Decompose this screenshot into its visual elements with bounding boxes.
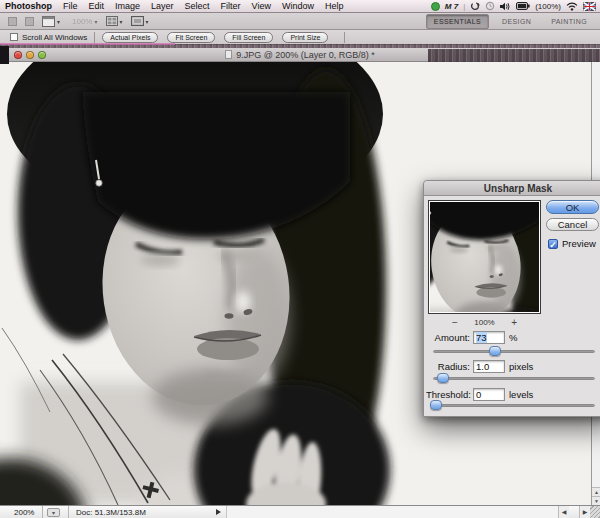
titlebar-artifact-band [428, 49, 600, 62]
workspace-essentials[interactable]: ESSENTIALS [426, 14, 489, 29]
amount-label: Amount: [426, 332, 470, 343]
keyboard-indicator[interactable]: M 7 [445, 2, 458, 11]
application-bar: ▾ 100%▾ ▾ ▾ ESSENTIALS DESIGN PAINTING [0, 13, 600, 30]
scroll-up-arrow[interactable]: ▲ [592, 487, 600, 496]
amount-input[interactable]: 73 [473, 331, 505, 344]
document-icon [225, 50, 232, 59]
threshold-slider-track[interactable] [433, 404, 595, 407]
radius-unit: pixels [509, 361, 533, 372]
radius-row: Radius: 1.0 pixels [426, 359, 533, 373]
zoom-in-button[interactable]: + [511, 317, 517, 328]
status-info-badge[interactable]: ▾ [47, 508, 60, 517]
document-size-readout[interactable]: Doc: 51.3M/153.8M [76, 508, 146, 517]
preview-checkbox[interactable]: ✓ [548, 239, 558, 249]
close-button[interactable] [14, 51, 22, 59]
actual-pixels-button[interactable]: Actual Pixels [102, 32, 158, 43]
mini-bridge-icon[interactable]: ▾ [42, 16, 60, 27]
radius-slider-track[interactable] [433, 377, 595, 380]
keyboard-flag-icon[interactable] [583, 2, 596, 11]
threshold-slider-thumb[interactable] [430, 400, 442, 410]
print-size-button[interactable]: Print Size [282, 32, 328, 43]
screen-artifact-line [0, 43, 175, 45]
amount-row: Amount: 73 % [426, 330, 517, 344]
menu-photoshop[interactable]: Photoshop [5, 1, 52, 11]
status-flyout-arrow-icon[interactable] [216, 509, 221, 515]
speaker-icon[interactable] [500, 2, 511, 11]
amount-unit: % [509, 332, 517, 343]
status-divider [42, 506, 43, 518]
preview-zoom-controls: − 100% + [428, 316, 541, 328]
menu-file[interactable]: File [63, 1, 78, 11]
ok-button[interactable]: OK [546, 200, 599, 214]
minimize-button[interactable] [26, 51, 34, 59]
scroll-all-windows-label: Scroll All Windows [22, 33, 87, 42]
dialog-preview-thumbnail[interactable] [428, 200, 541, 314]
photoshop-screen: Photoshop File Edit Image Layer Select F… [0, 0, 600, 518]
menu-edit[interactable]: Edit [89, 1, 105, 11]
preview-checkbox-label: Preview [562, 238, 596, 249]
cancel-button[interactable]: Cancel [546, 218, 599, 231]
arrange-documents-icon[interactable]: ▾ [106, 16, 123, 26]
threshold-label: Threshold: [426, 389, 470, 400]
fill-screen-button[interactable]: Fill Screen [224, 32, 273, 43]
wifi-icon[interactable] [566, 2, 578, 11]
radius-slider[interactable] [433, 373, 595, 383]
clock-icon[interactable] [485, 1, 495, 11]
menu-window[interactable]: Window [282, 1, 314, 11]
workspace-painting[interactable]: PAINTING [544, 15, 594, 28]
menu-select[interactable]: Select [185, 1, 210, 11]
document-title: 9.JPG @ 200% (Layer 0, RGB/8) * [236, 50, 375, 60]
menu-filter[interactable]: Filter [221, 1, 241, 11]
dialog-title[interactable]: Unsharp Mask [424, 181, 600, 196]
options-divider [94, 32, 95, 43]
menu-image[interactable]: Image [115, 1, 140, 11]
amount-slider[interactable] [433, 346, 595, 356]
threshold-input[interactable]: 0 [473, 388, 505, 401]
bridge-launch-icon[interactable] [25, 17, 34, 26]
preview-thumbnail-image [430, 202, 539, 312]
preview-toggle-row: ✓ Preview [548, 238, 596, 249]
unsharp-mask-dialog: Unsharp Mask − 100% + Amount: 73 % Radiu… [423, 180, 600, 417]
left-edge-sliver [0, 46, 9, 64]
amount-slider-thumb[interactable] [489, 346, 501, 356]
battery-icon[interactable] [516, 2, 530, 10]
preview-zoom-level: 100% [474, 318, 494, 327]
threshold-row: Threshold: 0 levels [426, 387, 533, 401]
ps-app-icon[interactable] [8, 17, 17, 26]
sync-icon[interactable] [470, 1, 480, 11]
menu-layer[interactable]: Layer [151, 1, 174, 11]
menubar-divider: | [463, 2, 465, 11]
resize-grip[interactable] [590, 506, 600, 518]
zoom-out-button[interactable]: − [452, 317, 458, 328]
green-orb-icon[interactable] [431, 2, 440, 11]
status-divider [68, 506, 69, 518]
radius-input[interactable]: 1.0 [473, 360, 505, 373]
status-zoom-level[interactable]: 200% [14, 508, 34, 517]
fit-screen-button[interactable]: Fit Screen [167, 32, 215, 43]
threshold-slider[interactable] [433, 400, 595, 410]
scroll-all-windows-checkbox[interactable] [10, 33, 18, 41]
scroll-right-arrow[interactable]: ▶ [579, 506, 590, 518]
threshold-unit: levels [509, 389, 533, 400]
radius-slider-thumb[interactable] [437, 373, 449, 383]
menu-view[interactable]: View [252, 1, 271, 11]
workspace-design[interactable]: DESIGN [495, 15, 538, 28]
amount-slider-track[interactable] [433, 350, 595, 353]
horizontal-scrollbar[interactable] [226, 506, 569, 518]
scroll-down-arrow[interactable]: ▼ [592, 496, 600, 505]
radius-label: Radius: [426, 361, 470, 372]
screen-mode-icon[interactable]: ▾ [131, 16, 149, 26]
battery-percent: (100%) [535, 2, 561, 11]
options-divider [344, 32, 345, 43]
zoom-window-button[interactable] [38, 51, 46, 59]
menu-bar: Photoshop File Edit Image Layer Select F… [0, 0, 600, 13]
zoom-level-dropdown[interactable]: 100%▾ [72, 17, 97, 26]
status-bar: 200% ▾ Doc: 51.3M/153.8M ◀ ▶ [0, 505, 600, 518]
menu-help[interactable]: Help [325, 1, 344, 11]
scroll-left-arrow[interactable]: ◀ [558, 506, 569, 518]
